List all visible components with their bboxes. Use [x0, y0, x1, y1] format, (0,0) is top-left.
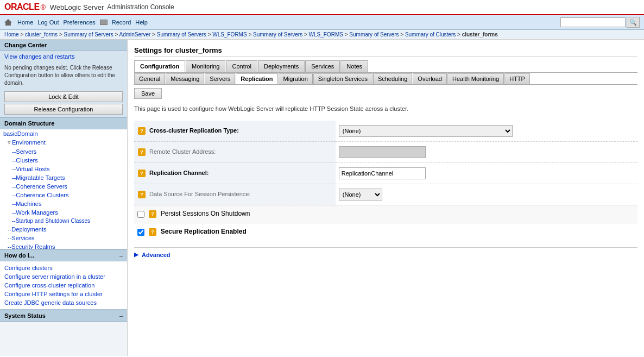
- breadcrumb-summary-clusters[interactable]: Summary of Clusters: [405, 32, 456, 37]
- breadcrumb-wls-forms-1[interactable]: WLS_FORMS: [212, 32, 247, 37]
- hdi-link-configure-clusters[interactable]: Configure clusters: [4, 264, 123, 272]
- subtab-replication[interactable]: Replication: [236, 73, 277, 84]
- subtab-messaging[interactable]: Messaging: [166, 73, 204, 84]
- checkbox-persist-sessions[interactable]: [137, 211, 144, 218]
- field-icon-secure-replication: ?: [148, 228, 157, 236]
- subtab-servers[interactable]: Servers: [205, 73, 235, 84]
- subtab-singleton-services[interactable]: Singleton Services: [313, 73, 372, 84]
- select-cross-cluster-type[interactable]: (None) Man ConsensusLeasing: [339, 125, 513, 137]
- svg-text:?: ?: [140, 192, 143, 197]
- label-persist-sessions: Persist Sessions On Shutdown: [161, 210, 250, 217]
- search-button[interactable]: 🔍: [627, 17, 640, 28]
- input-replication-channel[interactable]: [339, 167, 426, 179]
- console-label: Administration Console: [107, 3, 174, 11]
- breadcrumb-summary-servers-1[interactable]: Summary of Servers: [64, 32, 113, 37]
- nav-record[interactable]: Record: [112, 19, 131, 26]
- none-dropdown-wrapper: (None): [339, 189, 634, 201]
- content-inner: Settings for cluster_forms Configuration…: [128, 40, 644, 265]
- oracle-logo: ORACLE: [4, 2, 40, 12]
- nav-logout[interactable]: Log Out: [37, 19, 59, 26]
- hdi-link-jdbc-sources[interactable]: Create JDBC generic data sources: [4, 298, 123, 307]
- release-config-button[interactable]: Release Configuration: [4, 104, 123, 115]
- header: ORACLE ® WebLogic Server Administration …: [0, 0, 644, 15]
- system-status-collapse-btn[interactable]: –: [119, 312, 123, 319]
- svg-text:?: ?: [140, 128, 143, 134]
- field-icon-remote-cluster: ?: [137, 148, 146, 156]
- tab-control[interactable]: Control: [226, 60, 257, 72]
- subtab-overload[interactable]: Overload: [413, 73, 447, 84]
- label-text-cross-cluster: Cross-cluster Replication Type:: [149, 127, 239, 134]
- save-button[interactable]: Save: [134, 88, 162, 99]
- label-remote-cluster-address: ? Remote Cluster Address:: [134, 142, 336, 163]
- tree-item-coherence-servers: --Coherence Servers: [0, 182, 127, 191]
- subtab-scheduling[interactable]: Scheduling: [373, 73, 412, 84]
- tab-services[interactable]: Services: [305, 60, 340, 72]
- hdi-link-http-settings[interactable]: Configure HTTP settings for a cluster: [4, 290, 123, 298]
- home-icon: [4, 19, 12, 26]
- advanced-expand-icon[interactable]: ▶: [134, 251, 138, 258]
- sub-tabs: General Messaging Servers Replication Mi…: [134, 73, 637, 85]
- breadcrumb: Home > cluster_forms > Summary of Server…: [0, 30, 644, 40]
- breadcrumb-summary-servers-3[interactable]: Summary of Servers: [253, 32, 302, 37]
- how-do-i: How do I... – Configure clusters Configu…: [0, 249, 127, 310]
- subtab-migration[interactable]: Migration: [279, 73, 313, 84]
- tree-item-machines: --Machines: [0, 199, 127, 208]
- checkbox-secure-replication[interactable]: [137, 229, 144, 236]
- tab-deployments[interactable]: Deployments: [258, 60, 305, 72]
- trademark: ®: [41, 3, 46, 11]
- how-do-i-collapse-btn[interactable]: –: [119, 252, 123, 259]
- system-status-header: System Status –: [0, 310, 127, 322]
- tree-item-work-managers: --Work Managers: [0, 208, 127, 217]
- breadcrumb-adminserver[interactable]: AdminServer: [119, 32, 151, 37]
- subtab-http[interactable]: HTTP: [504, 73, 530, 84]
- tab-monitoring[interactable]: Monitoring: [186, 60, 225, 72]
- field-row-persist-sessions: ? Persist Sessions On Shutdown: [134, 205, 637, 223]
- tree-item-services: --Services: [0, 234, 127, 242]
- form-table: ? Cross-cluster Replication Type: (None)…: [134, 121, 637, 241]
- breadcrumb-cluster-forms[interactable]: cluster_forms: [25, 32, 58, 37]
- field-row-secure-replication: ? Secure Replication Enabled: [134, 223, 637, 241]
- tree-item-migratable-targets: --Migratable Targets: [0, 173, 127, 182]
- main-layout: Change Center View changes and restarts …: [0, 40, 644, 356]
- subtab-health-monitoring[interactable]: Health Monitoring: [447, 73, 504, 84]
- field-row-replication-channel: ? Replication Channel:: [134, 163, 637, 184]
- advanced-label[interactable]: Advanced: [142, 252, 171, 258]
- topnav: Home Log Out Preferences Record Help 🔍: [0, 15, 644, 30]
- app-title: WebLogic Server: [48, 3, 104, 11]
- breadcrumb-current: cluster_forms: [462, 32, 498, 37]
- field-icon-cross-cluster: ?: [137, 127, 146, 135]
- domain-tree: basicDomain ▿Environment --Servers --Clu…: [0, 129, 127, 249]
- breadcrumb-home[interactable]: Home: [4, 32, 19, 37]
- value-cross-cluster-type: (None) Man ConsensusLeasing: [336, 121, 637, 142]
- main-tabs: Configuration Monitoring Control Deploym…: [134, 60, 637, 73]
- breadcrumb-summary-servers-4[interactable]: Summary of Servers: [349, 32, 399, 37]
- hdi-link-server-migration[interactable]: Configure server migration in a cluster: [4, 272, 123, 281]
- label-data-source: ? Data Source For Session Persistence:: [134, 184, 336, 205]
- lock-edit-button[interactable]: Lock & Edit: [4, 91, 123, 102]
- domain-structure: Domain Structure basicDomain ▿Environmen…: [0, 117, 127, 249]
- field-row-data-source: ? Data Source For Session Persistence: (…: [134, 184, 637, 205]
- secure-replication-cell: ? Secure Replication Enabled: [134, 223, 637, 241]
- hdi-link-cross-cluster[interactable]: Configure cross-cluster replication: [4, 281, 123, 290]
- tree-item-servers: --Servers: [0, 147, 127, 156]
- nav-preferences[interactable]: Preferences: [63, 19, 95, 26]
- value-data-source: (None): [336, 184, 637, 205]
- record-icon: [100, 20, 108, 25]
- svg-text:?: ?: [140, 171, 143, 176]
- select-data-source[interactable]: (None): [339, 189, 382, 201]
- persist-sessions-cell: ? Persist Sessions On Shutdown: [134, 205, 637, 223]
- field-row-remote-cluster-address: ? Remote Cluster Address:: [134, 142, 637, 163]
- tab-notes[interactable]: Notes: [340, 60, 368, 72]
- tab-configuration[interactable]: Configuration: [134, 60, 185, 72]
- nav-home[interactable]: Home: [17, 19, 33, 26]
- subtab-general[interactable]: General: [134, 73, 165, 84]
- view-changes-link[interactable]: View changes and restarts: [0, 51, 127, 62]
- breadcrumb-wls-forms-2[interactable]: WLS_FORMS: [309, 32, 343, 37]
- tree-item-deployments: --Deployments: [0, 225, 127, 234]
- nav-help[interactable]: Help: [135, 19, 148, 26]
- how-do-i-header: How do I... –: [0, 249, 127, 261]
- content-area: Settings for cluster_forms Configuration…: [128, 40, 644, 356]
- search-input[interactable]: [560, 17, 626, 27]
- tree-item-coherence-clusters: --Coherence Clusters: [0, 191, 127, 199]
- breadcrumb-summary-servers-2[interactable]: Summary of Servers: [157, 32, 206, 37]
